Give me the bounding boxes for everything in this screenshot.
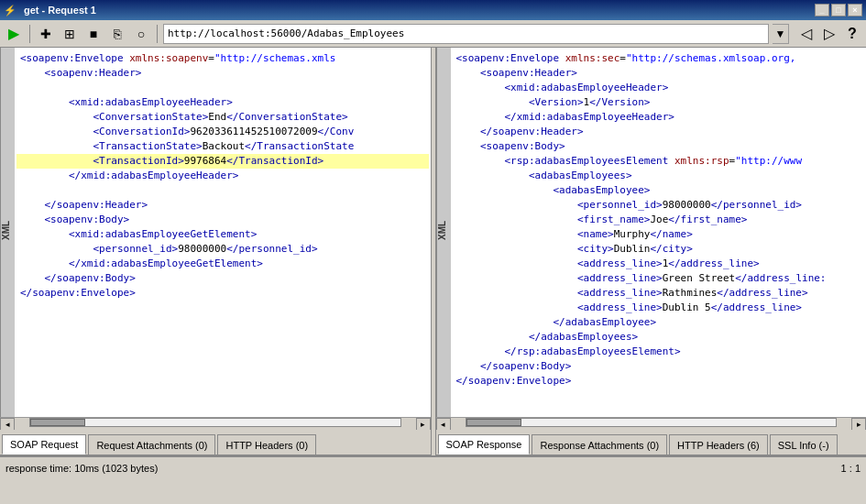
right-line-22: </soapenv:Body> bbox=[453, 359, 865, 374]
right-pane-content-row: XML <soapenv:Envelope xmlns:sec="http://… bbox=[436, 48, 867, 417]
left-line-14: <personnel_id>98000000</personnel_id> bbox=[16, 242, 429, 257]
left-line-8: <TransactionId>9976864</TransactionId> bbox=[16, 154, 429, 169]
tab-request-attachments[interactable]: Request Attachments (0) bbox=[88, 434, 215, 455]
separator-1 bbox=[29, 25, 30, 43]
help-button[interactable]: ? bbox=[842, 24, 862, 44]
forward-button[interactable]: ▷ bbox=[819, 24, 839, 44]
left-line-17: </soapenv:Envelope> bbox=[16, 286, 429, 301]
right-line-12: <first_name>Joe</first_name> bbox=[453, 213, 865, 227]
left-line-6: <ConversationId>962033611452510072009</C… bbox=[16, 125, 429, 139]
stop-button[interactable]: ■ bbox=[83, 24, 104, 44]
url-input[interactable] bbox=[163, 24, 769, 44]
right-scrollbar[interactable]: ◂ ▸ bbox=[436, 417, 867, 430]
right-line-7: <soapenv:Body> bbox=[453, 139, 865, 154]
left-pane-wrapper: XML <soapenv:Envelope xmlns:soapenv="htt… bbox=[0, 48, 431, 455]
right-line-5: </xmid:adabasEmployeeHeader> bbox=[453, 110, 865, 125]
separator-2 bbox=[157, 25, 158, 43]
title-bar-buttons: _ □ × bbox=[815, 4, 862, 16]
right-line-16: <address_line>Green Street</address_line… bbox=[453, 271, 865, 286]
right-line-8: <rsp:adabasEmployeesElement xmlns:rsp="h… bbox=[453, 154, 865, 169]
left-scrollbar[interactable]: ◂ ▸ bbox=[0, 417, 431, 430]
left-xml-label: XML bbox=[0, 48, 15, 417]
left-scroll-left[interactable]: ◂ bbox=[0, 418, 15, 431]
left-pane-content-row: XML <soapenv:Envelope xmlns:soapenv="htt… bbox=[0, 48, 431, 417]
left-line-9: </xmid:adabasEmployeeHeader> bbox=[16, 169, 429, 183]
add-button[interactable]: ✚ bbox=[36, 24, 56, 44]
left-line-13: <xmid:adabasEmployeeGetElement> bbox=[16, 227, 429, 242]
status-text: response time: 10ms (1023 bytes) bbox=[5, 463, 158, 474]
tab-ssl-info[interactable]: SSL Info (-) bbox=[770, 434, 838, 455]
right-line-15: <address_line>1</address_line> bbox=[453, 257, 865, 271]
left-scroll-thumb[interactable] bbox=[30, 419, 85, 426]
left-line-1: <soapenv:Envelope xmlns:soapenv="http://… bbox=[16, 51, 429, 66]
tab-response-attachments[interactable]: Response Attachments (0) bbox=[532, 434, 667, 455]
close-button[interactable]: × bbox=[848, 4, 862, 16]
right-scroll-right[interactable]: ▸ bbox=[851, 418, 866, 431]
right-xml-content[interactable]: <soapenv:Envelope xmlns:sec="http://sche… bbox=[451, 48, 867, 417]
right-line-1: <soapenv:Envelope xmlns:sec="http://sche… bbox=[453, 51, 865, 66]
right-line-9: <adabasEmployees> bbox=[453, 169, 865, 183]
right-scroll-thumb[interactable] bbox=[466, 419, 521, 426]
left-line-3 bbox=[16, 81, 429, 95]
tab-http-headers-response[interactable]: HTTP Headers (6) bbox=[669, 434, 768, 455]
right-line-6: </soapenv:Header> bbox=[453, 125, 865, 139]
right-line-4: <Version>1</Version> bbox=[453, 95, 865, 110]
left-line-2: <soapenv:Header> bbox=[16, 66, 429, 81]
right-line-2: <soapenv:Header> bbox=[453, 66, 865, 81]
right-pane-wrapper: XML <soapenv:Envelope xmlns:sec="http://… bbox=[436, 48, 867, 455]
left-line-15: </xmid:adabasEmployeeGetElement> bbox=[16, 257, 429, 271]
circle-button[interactable]: ○ bbox=[131, 24, 151, 44]
right-line-20: </adabasEmployees> bbox=[453, 330, 865, 345]
left-line-12: <soapenv:Body> bbox=[16, 213, 429, 227]
right-line-18: <address_line>Dublin 5</address_line> bbox=[453, 301, 865, 315]
left-tabs-bar: SOAP Request Request Attachments (0) HTT… bbox=[0, 430, 431, 455]
tab-soap-request[interactable]: SOAP Request bbox=[2, 434, 86, 455]
left-line-11: </soapenv:Header> bbox=[16, 198, 429, 213]
toolbar-right: ◁ ▷ ? bbox=[796, 24, 862, 44]
status-position: 1 : 1 bbox=[841, 463, 861, 474]
minimize-button[interactable]: _ bbox=[815, 4, 829, 16]
copy-button[interactable]: ⎘ bbox=[107, 24, 127, 44]
left-line-5: <ConversationState>End</ConversationStat… bbox=[16, 110, 429, 125]
maximize-button[interactable]: □ bbox=[831, 4, 846, 16]
url-dropdown[interactable]: ▼ bbox=[773, 24, 789, 44]
right-xml-label: XML bbox=[436, 48, 451, 417]
title-bar: ⚡ get - Request 1 _ □ × bbox=[0, 0, 866, 20]
left-line-7: <TransactionState>Backout</TransactionSt… bbox=[16, 139, 429, 154]
left-line-16: </soapenv:Body> bbox=[16, 271, 429, 286]
right-tabs-bar: SOAP Response Response Attachments (0) H… bbox=[436, 430, 867, 455]
right-line-10: <adabasEmployee> bbox=[453, 183, 865, 198]
right-line-14: <city>Dublin</city> bbox=[453, 242, 865, 257]
left-line-10 bbox=[16, 183, 429, 198]
main-content: XML <soapenv:Envelope xmlns:soapenv="htt… bbox=[0, 48, 866, 456]
right-line-21: </rsp:adabasEmployeesElement> bbox=[453, 345, 865, 359]
left-scroll-right[interactable]: ▸ bbox=[416, 418, 431, 431]
left-line-4: <xmid:adabasEmployeeHeader> bbox=[16, 95, 429, 110]
right-line-11: <personnel_id>98000000</personnel_id> bbox=[453, 198, 865, 213]
left-scroll-track[interactable] bbox=[29, 418, 401, 427]
right-scroll-track[interactable] bbox=[466, 418, 838, 427]
left-xml-content[interactable]: <soapenv:Envelope xmlns:soapenv="http://… bbox=[15, 48, 431, 417]
title-bar-text: get - Request 1 bbox=[20, 5, 815, 16]
right-scroll-left[interactable]: ◂ bbox=[436, 418, 451, 431]
toolbar: ▶ ✚ ⊞ ■ ⎘ ○ ▼ ◁ ▷ ? bbox=[0, 20, 866, 48]
right-line-3: <xmid:adabasEmployeeHeader> bbox=[453, 81, 865, 95]
tab-http-headers-request[interactable]: HTTP Headers (0) bbox=[217, 434, 316, 455]
right-line-19: </adabasEmployee> bbox=[453, 315, 865, 330]
play-button[interactable]: ▶ bbox=[4, 24, 24, 44]
grid-button[interactable]: ⊞ bbox=[60, 24, 80, 44]
right-line-13: <name>Murphy</name> bbox=[453, 227, 865, 242]
right-line-17: <address_line>Rathmines</address_line> bbox=[453, 286, 865, 301]
tab-soap-response[interactable]: SOAP Response bbox=[438, 434, 531, 455]
status-bar: response time: 10ms (1023 bytes) 1 : 1 bbox=[0, 456, 866, 478]
back-button[interactable]: ◁ bbox=[796, 24, 817, 44]
right-line-23: </soapenv:Envelope> bbox=[453, 374, 865, 389]
